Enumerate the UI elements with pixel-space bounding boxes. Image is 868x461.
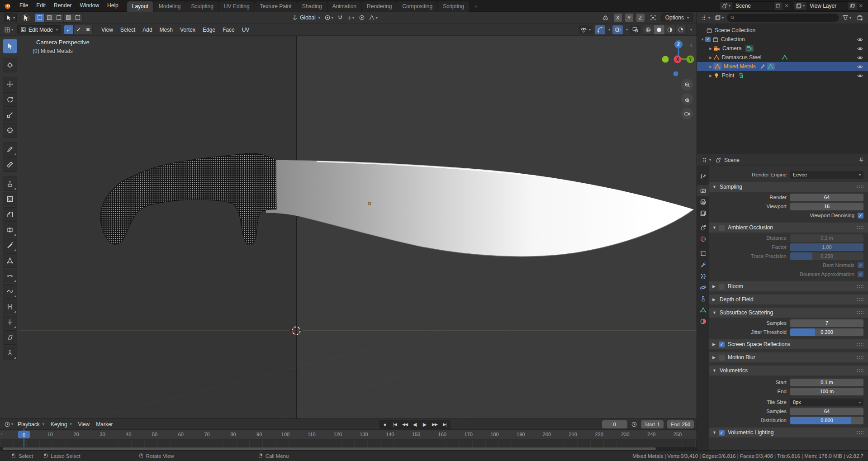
tool-transform[interactable] <box>3 123 17 138</box>
volumetrics-samples-field[interactable]: 64 <box>790 408 863 415</box>
drag-dots-icon[interactable] <box>857 298 863 302</box>
play-reverse-button[interactable]: ◀ <box>410 420 419 428</box>
section-subsurface-scattering[interactable]: ▼Subsurface Scattering <box>709 308 868 318</box>
record-button[interactable]: ● <box>380 420 389 428</box>
tab-particles[interactable] <box>697 271 709 282</box>
tool-cursor[interactable] <box>3 58 17 72</box>
render-engine-dropdown[interactable]: Eevee▾ <box>790 171 863 179</box>
snap-target-icon[interactable] <box>648 13 659 22</box>
tool-measure[interactable] <box>3 157 17 172</box>
snap-options-dropdown[interactable]: ⊹▾ <box>346 13 356 22</box>
tab-layout[interactable]: Layout <box>127 1 153 12</box>
outliner-row-mixed-metals[interactable]: ▶ Mixed Metals <box>697 62 868 71</box>
tab-sculpting[interactable]: Sculpting <box>186 1 218 12</box>
scene-unlink-button[interactable]: ✕ <box>783 3 791 9</box>
proportional-falloff-dropdown[interactable]: ▾ <box>367 13 379 22</box>
active-tool-dropdown[interactable]: ▾ <box>4 13 17 22</box>
hide-eye-icon[interactable] <box>857 45 863 52</box>
collection-checkbox[interactable]: ✓ <box>705 37 711 42</box>
section-motion-blur[interactable]: ▶ Motion Blur <box>709 352 868 362</box>
jump-to-start-button[interactable]: |◀ <box>390 420 399 428</box>
view-layer-selector[interactable]: ▾ View Layer ✕ <box>794 1 865 10</box>
tab-constraints[interactable] <box>697 293 709 304</box>
tool-inset-faces[interactable] <box>3 192 17 206</box>
section-depth-of-field[interactable]: ▶Depth of Field <box>709 295 868 304</box>
outliner-search[interactable] <box>727 14 839 22</box>
volumetrics-distribution-slider[interactable]: 0.800 <box>790 417 863 424</box>
hide-eye-icon[interactable] <box>857 72 863 79</box>
tab-material[interactable] <box>697 316 709 327</box>
face-select-button[interactable] <box>83 25 93 34</box>
view-layer-icon[interactable]: ▾ <box>794 2 806 10</box>
tool-poly-build[interactable] <box>3 253 17 268</box>
menu-edge[interactable]: Edge <box>199 27 219 33</box>
disclosure-triangle-icon[interactable]: ▶ <box>708 56 713 60</box>
tool-move[interactable] <box>3 77 17 91</box>
mesh-data-icon[interactable] <box>782 54 788 61</box>
show-overlays-toggle[interactable] <box>612 25 623 34</box>
drag-dots-icon[interactable] <box>857 185 863 189</box>
outliner-search-input[interactable] <box>737 15 836 20</box>
tab-physics[interactable] <box>697 282 709 293</box>
select-extend-button[interactable] <box>45 14 54 22</box>
hide-eye-icon[interactable] <box>857 54 863 61</box>
section-screen-space-reflections[interactable]: ▶✓ Screen Space Reflections <box>709 339 868 349</box>
tab-compositing[interactable]: Compositing <box>397 1 437 12</box>
timeline-collapse-arrow[interactable]: › <box>1 431 3 437</box>
drag-dots-icon[interactable] <box>857 285 863 289</box>
tab-shading[interactable]: Shading <box>297 1 327 12</box>
editor-type-dropdown[interactable]: ▾ <box>3 25 14 34</box>
outliner-row-point[interactable]: ▶ Point <box>697 71 868 80</box>
shading-material-button[interactable] <box>665 25 676 34</box>
tab-object[interactable] <box>697 248 709 259</box>
outliner-row-scene-collection[interactable]: Scene Collection <box>697 26 868 35</box>
tab-texture-paint[interactable]: Texture Paint <box>255 1 297 12</box>
drag-dots-icon[interactable] <box>857 342 863 347</box>
outliner-filter-id-dropdown[interactable]: ▾ <box>713 13 725 22</box>
ambient-occlusion-checkbox[interactable] <box>719 225 725 231</box>
tool-shrink-fatten[interactable] <box>3 315 17 329</box>
viewport-denoising-checkbox[interactable]: ✓ <box>858 213 863 219</box>
overlays-dropdown[interactable]: ▾ <box>626 28 628 32</box>
menu-mesh[interactable]: Mesh <box>156 27 176 33</box>
tab-world[interactable] <box>697 233 709 245</box>
mode-dropdown[interactable]: Edit Mode▾ <box>17 25 61 34</box>
navigation-gizmo[interactable]: Z Y X <box>642 36 697 81</box>
timeline-menu-playback[interactable]: Playback▾ <box>14 421 47 428</box>
blender-logo-icon[interactable] <box>4 2 12 10</box>
mirror-z-button[interactable]: Z <box>636 14 645 22</box>
menu-face[interactable]: Face <box>219 27 238 33</box>
tool-knife[interactable] <box>3 238 17 252</box>
tool-rotate[interactable] <box>3 92 17 107</box>
edge-select-button[interactable] <box>74 25 83 34</box>
tool-annotate[interactable] <box>3 142 17 157</box>
menu-uv[interactable]: UV <box>238 27 253 33</box>
hide-eye-icon[interactable] <box>857 36 863 43</box>
volumetrics-start-field[interactable]: 0.1 m <box>790 379 863 386</box>
camera-data-icon[interactable] <box>745 45 754 52</box>
section-volumetric-lighting[interactable]: ▼✓ Volumetric Lighting <box>709 428 868 437</box>
scene-selector[interactable]: ▾ Scene ✕ <box>720 1 791 10</box>
outliner-filter-icon[interactable]: ▾ <box>841 13 853 22</box>
gizmo-z-neg-axis[interactable] <box>674 71 678 76</box>
outliner-row-camera[interactable]: ▶ Camera <box>697 44 868 53</box>
tab-render[interactable] <box>697 185 709 196</box>
current-frame-indicator[interactable]: 0 <box>18 431 30 438</box>
xray-toggle[interactable] <box>630 25 640 34</box>
scene-copy-button[interactable] <box>773 2 783 10</box>
sss-samples-field[interactable]: 7 <box>790 319 863 327</box>
mesh-data-icon[interactable] <box>767 63 775 70</box>
section-bloom[interactable]: ▶ Bloom <box>709 281 868 291</box>
select-difference-button[interactable] <box>64 14 73 22</box>
outliner-row-collection[interactable]: ▼ ✓ Collection <box>697 35 868 44</box>
tab-view-layer[interactable] <box>697 208 709 219</box>
section-ambient-occlusion[interactable]: ▼ Ambient Occlusion <box>709 223 868 233</box>
frame-start-field[interactable]: Start1 <box>641 420 664 428</box>
tool-smooth[interactable] <box>3 284 17 299</box>
menu-file[interactable]: File <box>15 0 32 11</box>
gizmo-dropdown[interactable]: ▾ <box>608 28 610 32</box>
shading-rendered-button[interactable] <box>676 25 687 34</box>
shading-dropdown[interactable]: ▾ <box>690 28 692 32</box>
volumetrics-tile-size-dropdown[interactable]: 8px▾ <box>790 399 863 406</box>
volumetrics-end-field[interactable]: 100 m <box>790 388 863 395</box>
